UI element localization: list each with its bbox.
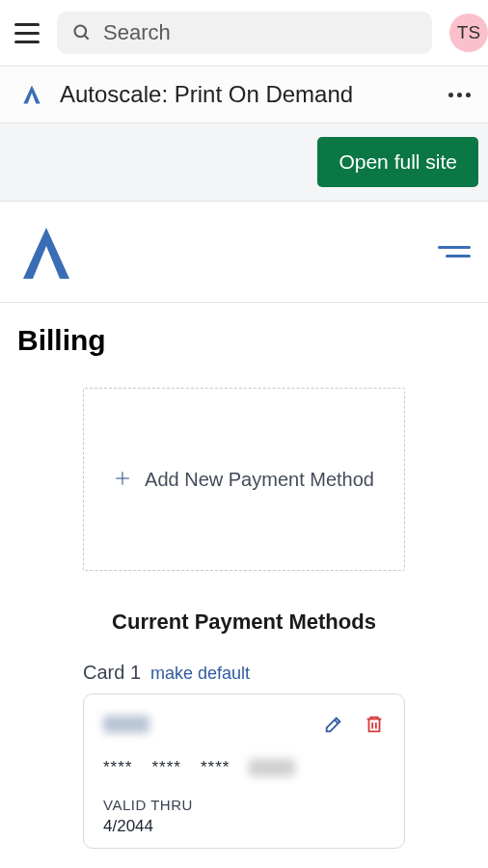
search-input[interactable]: Search: [57, 12, 432, 54]
search-icon: [72, 23, 92, 42]
make-default-link[interactable]: make default: [150, 664, 250, 684]
add-payment-label: Add New Payment Method: [145, 469, 374, 491]
add-payment-method-button[interactable]: Add New Payment Method: [83, 388, 405, 571]
card-brand-logo: [103, 716, 149, 733]
plus-icon: [114, 466, 131, 493]
app-logo-icon: [17, 80, 46, 109]
card-last-four: [249, 759, 295, 776]
payment-card: **** **** **** VALID THRU 4/2044: [83, 693, 405, 849]
avatar[interactable]: TS: [449, 14, 488, 52]
valid-thru-label: VALID THRU: [103, 797, 385, 813]
payment-methods-section-title: Current Payment Methods: [17, 610, 471, 635]
delete-card-button[interactable]: [364, 714, 385, 735]
svg-point-0: [75, 26, 87, 38]
card-name: Card 1: [83, 662, 141, 684]
avatar-initials: TS: [457, 22, 480, 43]
brand-menu-button[interactable]: [438, 246, 471, 258]
edit-card-button[interactable]: [323, 714, 344, 735]
open-full-site-button[interactable]: Open full site: [317, 137, 478, 187]
more-options-button[interactable]: [448, 93, 471, 97]
page-title: Billing: [17, 324, 471, 357]
card-mask-group-2: ****: [151, 758, 180, 777]
card-mask-group-3: ****: [201, 758, 230, 777]
valid-thru-value: 4/2044: [103, 817, 385, 836]
search-placeholder: Search: [103, 20, 171, 45]
app-title: Autoscale: Print On Demand: [60, 81, 435, 108]
main-menu-button[interactable]: [14, 23, 40, 43]
svg-line-1: [85, 36, 89, 40]
brand-logo-icon: [17, 223, 75, 281]
card-mask-group-1: ****: [103, 758, 132, 777]
